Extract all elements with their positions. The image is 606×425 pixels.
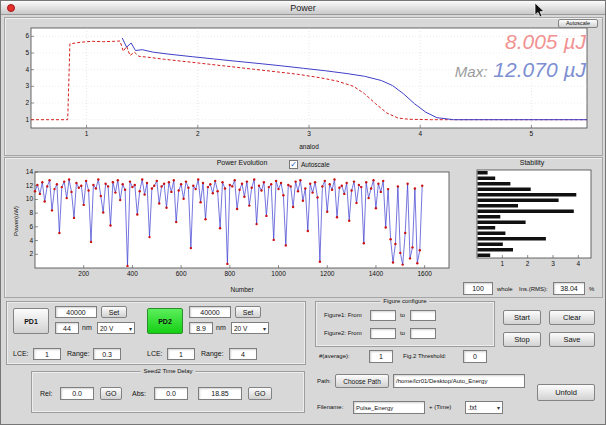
sample-count-field[interactable] bbox=[463, 282, 493, 295]
clear-button[interactable]: Clear bbox=[549, 310, 595, 325]
fig1-from-label: Figure1: From bbox=[324, 312, 362, 318]
svg-text:5: 5 bbox=[530, 130, 534, 137]
filename-plus-label: + (Time) bbox=[429, 404, 451, 410]
start-button[interactable]: Start bbox=[503, 310, 541, 325]
svg-text:3: 3 bbox=[551, 260, 555, 267]
filename-label: Filename: bbox=[317, 404, 343, 410]
autoscale-checkbox[interactable] bbox=[289, 160, 298, 169]
fig2-to-field[interactable] bbox=[410, 328, 436, 339]
pd2-wavelength-field[interactable] bbox=[189, 322, 213, 334]
svg-text:1600: 1600 bbox=[417, 270, 432, 277]
pd1-button[interactable]: PD1 bbox=[13, 308, 49, 334]
range1-label: Range: bbox=[67, 350, 90, 357]
rel-delay-field[interactable] bbox=[60, 387, 94, 400]
rms-value-field[interactable] bbox=[553, 282, 585, 295]
average-label: #(average): bbox=[319, 353, 350, 359]
svg-text:400: 400 bbox=[127, 270, 138, 277]
pd1-voltage-select[interactable]: 20 V bbox=[97, 322, 135, 334]
average-field[interactable] bbox=[369, 350, 393, 363]
lce1-field[interactable] bbox=[33, 348, 61, 360]
svg-text:1400: 1400 bbox=[369, 270, 384, 277]
svg-text:2: 2 bbox=[526, 260, 530, 267]
pd1-set-button[interactable]: Set bbox=[101, 306, 127, 318]
save-button[interactable]: Save bbox=[549, 332, 595, 347]
svg-text:4: 4 bbox=[29, 237, 33, 244]
choose-path-button[interactable]: Choose Path bbox=[335, 374, 389, 388]
path-field[interactable] bbox=[393, 374, 525, 388]
rms-unit-label: % bbox=[589, 286, 594, 292]
lce1-label: LCE: bbox=[13, 350, 29, 357]
range1-field[interactable] bbox=[93, 348, 121, 360]
pd2-voltage-select[interactable]: 20 V bbox=[231, 322, 269, 334]
evolution-chart-title: Power Evolution bbox=[35, 159, 449, 166]
pd2-button[interactable]: PD2 bbox=[147, 308, 183, 334]
max-value: 12.070 µJ bbox=[493, 58, 586, 81]
lce2-field[interactable] bbox=[167, 348, 195, 360]
pd1-voltage-value: 20 V bbox=[100, 325, 113, 332]
abs-label: Abs: bbox=[132, 390, 146, 397]
evolution-yaxis-label: Power(uW) bbox=[13, 196, 19, 246]
power-evolution-plot: 20040060080010001200140016002468101214 bbox=[5, 166, 457, 296]
filename-field[interactable] bbox=[353, 401, 425, 414]
threshold-label: Fig.2 Threshold: bbox=[403, 353, 446, 359]
app-window: Power 12345123456 analod Autoscale 8.005… bbox=[0, 0, 606, 425]
threshold-field[interactable] bbox=[463, 350, 487, 363]
fig1-to-label: to bbox=[400, 312, 405, 318]
range2-field[interactable] bbox=[229, 348, 257, 360]
svg-text:6: 6 bbox=[25, 32, 29, 39]
file-format-select[interactable]: .txt bbox=[465, 401, 503, 414]
path-label: Path: bbox=[317, 378, 331, 384]
rms-label: Ins.(RMS): bbox=[519, 286, 548, 292]
svg-text:4: 4 bbox=[577, 260, 581, 267]
pd2-set-button[interactable]: Set bbox=[235, 306, 261, 318]
stability-chart-title: Stability bbox=[463, 159, 601, 166]
svg-text:3: 3 bbox=[307, 130, 311, 137]
titlebar[interactable]: Power bbox=[1, 1, 605, 15]
unfold-button[interactable]: Unfold bbox=[537, 384, 595, 401]
middle-chart-panel: Power Evolution Autoscale 20040060080010… bbox=[4, 157, 603, 298]
pd1-nm-label: nm bbox=[82, 324, 92, 331]
svg-text:1: 1 bbox=[25, 116, 29, 123]
seed2-delay-title: Seed2 Time Delay bbox=[140, 368, 195, 374]
seed2-delay-groupbox: Seed2 Time Delay Rel: GO Abs: GO bbox=[31, 371, 305, 413]
max-energy-readout: Max:12.070 µJ bbox=[455, 58, 586, 82]
pd2-gain-field[interactable] bbox=[189, 306, 231, 318]
lce2-label: LCE: bbox=[147, 350, 163, 357]
pd1-wavelength-field[interactable] bbox=[55, 322, 79, 334]
pd2-nm-label: nm bbox=[216, 324, 226, 331]
current-delay-field[interactable] bbox=[198, 387, 242, 400]
svg-text:6: 6 bbox=[29, 223, 33, 230]
svg-text:14: 14 bbox=[26, 168, 34, 175]
pd1-gain-field[interactable] bbox=[55, 306, 97, 318]
abs-go-button[interactable]: GO bbox=[248, 387, 272, 400]
svg-text:2: 2 bbox=[29, 250, 33, 257]
abs-delay-field[interactable] bbox=[154, 387, 188, 400]
stop-button[interactable]: Stop bbox=[503, 332, 541, 347]
figure-configure-title: Figure configure bbox=[380, 298, 429, 304]
svg-text:600: 600 bbox=[176, 270, 187, 277]
pd-control-groupbox: PD1 Set nm 20 V PD2 Set nm 20 V LCE: Ran… bbox=[6, 301, 306, 365]
svg-text:2: 2 bbox=[196, 130, 200, 137]
rel-go-button[interactable]: GO bbox=[100, 387, 122, 400]
svg-text:12: 12 bbox=[26, 182, 34, 189]
range2-label: Range: bbox=[201, 350, 224, 357]
svg-text:4: 4 bbox=[418, 130, 422, 137]
window-title: Power bbox=[290, 3, 316, 13]
current-energy-readout: 8.005 µJ bbox=[505, 30, 586, 54]
evolution-xaxis-label: Number bbox=[35, 286, 449, 293]
max-label: Max: bbox=[455, 63, 488, 80]
fig1-to-field[interactable] bbox=[410, 310, 436, 321]
sample-count-label: whole bbox=[497, 286, 513, 292]
svg-text:3: 3 bbox=[25, 82, 29, 89]
autoscale-top-button[interactable]: Autoscale bbox=[558, 19, 598, 28]
fig2-from-field[interactable] bbox=[370, 328, 396, 339]
pd2-voltage-value: 20 V bbox=[234, 325, 247, 332]
main-xaxis-label: analod bbox=[31, 143, 587, 150]
stability-plot: 1234 bbox=[463, 166, 601, 278]
record-indicator-icon bbox=[7, 4, 15, 12]
fig1-from-field[interactable] bbox=[370, 310, 396, 321]
svg-text:1200: 1200 bbox=[320, 270, 335, 277]
svg-text:2: 2 bbox=[25, 99, 29, 106]
rel-label: Rel: bbox=[40, 390, 52, 397]
svg-text:200: 200 bbox=[78, 270, 89, 277]
